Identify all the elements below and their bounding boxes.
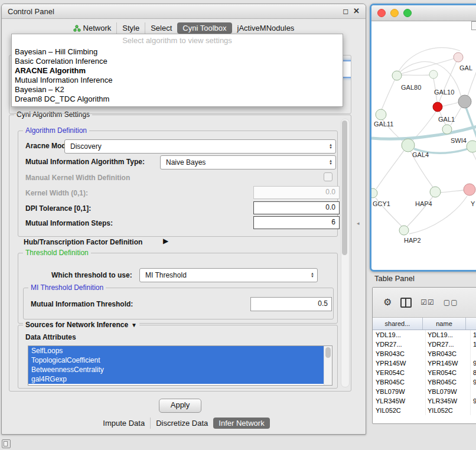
manual-kernel-checkbox[interactable] <box>324 172 332 181</box>
dropdown-placeholder: Select algorithm to view settings <box>12 34 343 47</box>
tab-network[interactable]: Network <box>68 22 117 34</box>
mi-steps-field[interactable]: 6 <box>253 216 340 229</box>
network-node[interactable] <box>454 53 463 62</box>
mi-type-combo[interactable]: Naive Bayes ▲▼ <box>160 155 336 169</box>
network-node-gal10[interactable] <box>433 102 442 112</box>
network-node[interactable] <box>467 141 476 152</box>
float-window-icon[interactable]: ◻ <box>343 8 348 15</box>
table-row[interactable]: YDR27... YDR27... 12 <box>373 340 476 349</box>
column-header-3[interactable] <box>466 318 476 330</box>
attributes-scrollbar-thumb[interactable] <box>325 347 331 358</box>
node-label: GAL4 <box>412 151 429 158</box>
tab-impute-data[interactable]: Impute Data <box>97 418 150 429</box>
network-window-titlebar[interactable] <box>371 5 476 21</box>
attribute-item[interactable]: BetweennessCentrality <box>28 365 324 374</box>
dropdown-item[interactable]: Mutual Information Inference <box>12 76 343 85</box>
select-all-checkboxes-icon[interactable]: ☑☑ <box>420 298 435 306</box>
manual-kernel-label: Manual Kernel Width Definition <box>25 174 130 182</box>
kernel-width-field[interactable]: 0.0 <box>253 186 340 199</box>
settings-scrollbar-thumb[interactable] <box>342 120 347 255</box>
settings-scrollbar[interactable] <box>341 119 350 387</box>
threshold-definition-group: Threshold Definition Which threshold to … <box>18 253 338 324</box>
table-panel-title: Table Panel <box>374 274 415 283</box>
network-node-gray[interactable] <box>458 95 471 108</box>
node-label: GAL80 <box>401 84 421 91</box>
table-row[interactable]: YDL19... YDL19... 13 <box>373 330 476 340</box>
network-node-pink[interactable] <box>464 184 475 195</box>
zoom-traffic-light-icon[interactable] <box>403 9 412 17</box>
algorithm-definition-title: Algorithm Definition <box>23 126 89 135</box>
apply-button[interactable]: Apply <box>159 399 201 413</box>
close-traffic-light-icon[interactable] <box>377 9 386 17</box>
dropdown-item[interactable]: Bayesian – K2 <box>12 85 343 94</box>
window-title: Control Panel <box>2 7 54 16</box>
table-row[interactable]: YBL079W YBL079W <box>373 387 476 396</box>
network-node[interactable] <box>442 125 452 134</box>
column-header-name[interactable]: name <box>423 318 466 330</box>
mi-type-value: Naive Bayes <box>161 158 326 167</box>
aracne-mode-combo[interactable]: Discovery ▲▼ <box>64 139 336 154</box>
algorithm-definition-group: Algorithm Definition Aracne Mode: Discov… <box>18 131 338 237</box>
deselect-all-checkboxes-icon[interactable]: ▢▢ <box>444 298 458 306</box>
mi-type-label: Mutual Information Algorithm Type: <box>25 158 145 166</box>
tab-style[interactable]: Style <box>116 22 145 34</box>
restore-panel-icon[interactable] <box>2 439 11 448</box>
table-row[interactable]: YBR045C YBR045C 9. <box>373 377 476 387</box>
column-header-shared-name[interactable]: shared... <box>373 318 423 330</box>
tab-discretize-data[interactable]: Discretize Data <box>150 418 213 429</box>
mi-threshold-group: MI Threshold Definition Mutual Informati… <box>23 288 334 319</box>
table-row[interactable]: YIL052C YIL052C <box>373 406 476 415</box>
table-row[interactable]: YER054C YER054C 8. <box>373 368 476 377</box>
tab-network-label: Network <box>83 24 112 32</box>
network-node[interactable] <box>429 70 438 79</box>
network-node[interactable] <box>376 109 386 120</box>
data-attributes-list[interactable]: SelfLoops TopologicalCoefficient Between… <box>28 345 332 386</box>
dropdown-item[interactable]: Basic Correlation Inference <box>12 57 343 66</box>
network-node-gal4[interactable] <box>402 139 415 152</box>
network-canvas[interactable]: GAL80 GAL10 GAL11 GAL1 SWI4 GAL4 GCY1 HA… <box>371 21 476 266</box>
sources-group-title: Sources for Network Inference <box>25 321 128 329</box>
dropdown-item-selected[interactable]: ARACNE Algorithm <box>12 66 343 76</box>
network-node[interactable] <box>430 187 441 197</box>
sources-group: Sources for Network Inference ▼ Data Att… <box>18 325 338 389</box>
tab-select[interactable]: Select <box>145 22 177 34</box>
network-node[interactable] <box>399 226 409 235</box>
control-panel-titlebar[interactable]: Control Panel ◻ ✕ <box>2 4 366 19</box>
attributes-scrollbar[interactable] <box>324 346 332 385</box>
node-label: Y <box>471 200 475 207</box>
cyni-settings-group: Cyni Algorithm Settings Algorithm Defini… <box>9 115 351 392</box>
table-body: YDL19... YDL19... 13 YDR27... YDR27... 1… <box>373 330 476 415</box>
minimize-traffic-light-icon[interactable] <box>390 9 399 17</box>
network-node[interactable] <box>392 71 402 80</box>
attribute-item[interactable]: TopologicalCoefficient <box>28 356 324 365</box>
which-threshold-combo[interactable]: MI Threshold ▲▼ <box>139 268 318 282</box>
panel-splitter-arrow[interactable]: ◂ <box>357 220 360 226</box>
node-label: GAL11 <box>374 120 393 128</box>
mi-steps-label: Mutual Information Steps: <box>25 219 113 227</box>
node-label: HAP2 <box>404 237 421 244</box>
attribute-item[interactable]: gal4RGexp <box>28 374 324 384</box>
node-label: HAP4 <box>415 200 432 207</box>
table-row[interactable]: YBR043C YBR043C <box>373 349 476 358</box>
table-header-row: shared... name <box>373 318 476 330</box>
close-window-icon[interactable]: ✕ <box>353 8 360 15</box>
birdseye-toggle[interactable] <box>471 21 476 30</box>
collapse-arrow-icon[interactable]: ▼ <box>131 322 137 328</box>
network-tab-icon <box>73 25 81 32</box>
columns-icon[interactable] <box>400 298 412 308</box>
tab-cyni-toolbox[interactable]: Cyni Toolbox <box>177 22 232 34</box>
network-edges-highlighted <box>371 107 476 153</box>
mi-threshold-label: Mutual Information Threshold: <box>31 300 133 308</box>
network-node[interactable] <box>371 188 377 198</box>
mi-threshold-field[interactable]: 0.5 <box>250 297 332 311</box>
gear-icon[interactable]: ⚙ <box>383 298 392 307</box>
dpi-tolerance-field[interactable]: 0.0 <box>253 201 340 214</box>
attribute-item[interactable]: SelfLoops <box>28 346 324 356</box>
expand-arrow-icon[interactable]: ▶ <box>163 237 168 245</box>
dropdown-item[interactable]: Dream8 DC_TDC Algorithm <box>12 94 343 104</box>
table-row[interactable]: YPR145W YPR145W 9. <box>373 358 476 368</box>
table-row[interactable]: YLR345W YLR345W 9. <box>373 396 476 406</box>
tab-infer-network[interactable]: Infer Network <box>213 418 269 429</box>
dropdown-item[interactable]: Bayesian – Hill Climbing <box>12 47 343 57</box>
tab-jactivemnodules[interactable]: jActiveMNodules <box>232 22 300 34</box>
